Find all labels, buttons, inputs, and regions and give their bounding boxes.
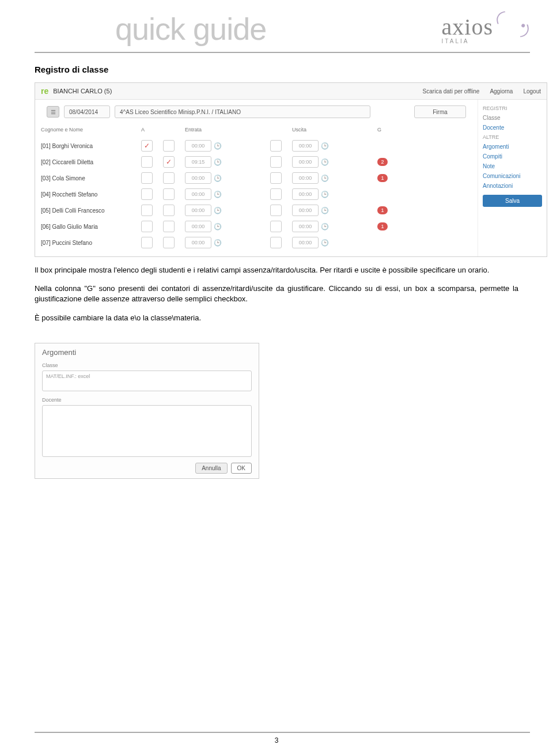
clock-icon[interactable]: 🕒 (321, 188, 331, 200)
table-row[interactable]: [06] Gallo Giulio Maria00:00🕒00:00🕒1 (41, 218, 472, 235)
clock-icon[interactable]: 🕒 (321, 205, 331, 216)
col-a: A (141, 127, 161, 133)
side-argomenti[interactable]: Argomenti (483, 143, 542, 150)
g-counter[interactable]: 2 (377, 158, 397, 166)
ok-button[interactable]: OK (231, 463, 252, 474)
page-header: quick guide axios ITALIA (0, 0, 553, 52)
assenza-checkbox[interactable]: ✓ (141, 140, 153, 152)
g-counter[interactable]: 1 (377, 206, 397, 214)
axios-logo: axios ITALIA (442, 13, 530, 44)
ritardo-checkbox[interactable] (163, 221, 175, 232)
uscita-time[interactable]: 00:00 (292, 221, 319, 232)
paragraph-2: Nella colonna "G" sono presenti dei cont… (35, 284, 518, 304)
argomenti-classe-field[interactable]: MAT/EL.INF.: excel (42, 371, 252, 391)
student-name[interactable]: [02] Ciccarelli Diletta (41, 159, 139, 165)
side-annotazioni[interactable]: Annotazioni (483, 183, 542, 189)
entrata-time[interactable]: 09:15 (185, 156, 211, 168)
paragraph-1: Il box principale mostra l'elenco degli … (35, 265, 518, 275)
clock-icon[interactable]: 🕒 (321, 221, 331, 232)
argomenti-docente-label: Docente (35, 392, 259, 404)
annulla-button[interactable]: Annulla (195, 463, 227, 474)
registri-label: REGISTRI (483, 105, 542, 111)
side-classe[interactable]: Classe (483, 115, 542, 121)
uscita-time[interactable]: 00:00 (292, 237, 319, 248)
side-comunicazioni[interactable]: Comunicazioni (483, 173, 542, 179)
uscita-time[interactable]: 00:00 (292, 156, 319, 168)
argomenti-title: Argomenti (35, 343, 259, 358)
uscita-time[interactable]: 00:00 (292, 172, 319, 184)
right-column-text: Sulla destra, all'interno della sezione … (259, 336, 530, 756)
ritardo-checkbox[interactable] (163, 172, 175, 184)
uscita-checkbox[interactable] (270, 156, 282, 168)
side-docente[interactable]: Docente (483, 124, 542, 131)
entrata-time[interactable]: 00:00 (185, 205, 211, 216)
clock-icon[interactable]: 🕒 (321, 237, 331, 248)
assenza-checkbox[interactable] (141, 237, 153, 248)
clock-icon[interactable]: 🕒 (321, 172, 331, 184)
uscita-time[interactable]: 00:00 (292, 140, 319, 152)
clock-icon[interactable]: 🕒 (214, 156, 224, 168)
entrata-time[interactable]: 00:00 (185, 172, 211, 184)
uscita-time[interactable]: 00:00 (292, 188, 319, 200)
table-row[interactable]: [04] Rocchetti Stefano00:00🕒00:00🕒 (41, 186, 472, 202)
clock-icon[interactable]: 🕒 (214, 237, 224, 248)
argomenti-classe-label: Classe (35, 358, 259, 369)
ritardo-checkbox[interactable] (163, 205, 175, 216)
col-name: Cognome e Nome (41, 127, 139, 133)
clock-icon[interactable]: 🕒 (214, 140, 224, 152)
entrata-time[interactable]: 00:00 (185, 237, 211, 248)
table-row[interactable]: [07] Puccini Stefano00:00🕒00:00🕒 (41, 235, 472, 251)
date-field[interactable]: 08/04/2014 (64, 105, 110, 118)
firma-button[interactable]: Firma (414, 105, 466, 118)
student-name[interactable]: [07] Puccini Stefano (41, 240, 139, 246)
uscita-checkbox[interactable] (270, 140, 282, 152)
student-name[interactable]: [01] Borghi Veronica (41, 143, 139, 149)
class-field[interactable]: 4^AS Liceo Scientifico Minisp.P.N.I. / I… (115, 105, 370, 118)
ritardo-checkbox[interactable] (163, 237, 175, 248)
g-counter[interactable]: 1 (377, 222, 397, 230)
entrata-time[interactable]: 00:00 (185, 188, 211, 200)
uscita-checkbox[interactable] (270, 221, 282, 232)
uscita-time[interactable]: 00:00 (292, 205, 319, 216)
g-counter[interactable]: 1 (377, 174, 397, 182)
calendar-icon[interactable]: ☰ (47, 106, 59, 118)
student-name[interactable]: [06] Gallo Giulio Maria (41, 224, 139, 230)
table-header: Cognome e Nome A Entrata Uscita G (41, 122, 472, 138)
top-link-refresh[interactable]: Aggiorna (490, 88, 513, 94)
argomenti-docente-field[interactable] (42, 405, 252, 457)
uscita-checkbox[interactable] (270, 205, 282, 216)
student-name[interactable]: [04] Rocchetti Stefano (41, 191, 139, 198)
top-link-logout[interactable]: Logout (523, 88, 541, 94)
assenza-checkbox[interactable] (141, 188, 153, 200)
uscita-checkbox[interactable] (270, 188, 282, 200)
clock-icon[interactable]: 🕒 (214, 172, 224, 184)
student-name[interactable]: [03] Cola Simone (41, 175, 139, 182)
side-compiti[interactable]: Compiti (483, 153, 542, 160)
entrata-time[interactable]: 00:00 (185, 140, 211, 152)
assenza-checkbox[interactable] (141, 156, 153, 168)
entrata-time[interactable]: 00:00 (185, 221, 211, 232)
table-row[interactable]: [01] Borghi Veronica✓00:00🕒00:00🕒 (41, 138, 472, 154)
side-note[interactable]: Note (483, 163, 542, 169)
ritardo-checkbox[interactable]: ✓ (163, 156, 175, 168)
clock-icon[interactable]: 🕒 (321, 140, 331, 152)
assenza-checkbox[interactable] (141, 205, 153, 216)
table-row[interactable]: [05] Delli Colli Francesco00:00🕒00:00🕒1 (41, 202, 472, 218)
clock-icon[interactable]: 🕒 (214, 205, 224, 216)
student-name[interactable]: [05] Delli Colli Francesco (41, 207, 139, 214)
app-topbar: re BIANCHI CARLO (5) Scarica dati per of… (35, 83, 547, 100)
assenza-checkbox[interactable] (141, 221, 153, 232)
uscita-checkbox[interactable] (270, 172, 282, 184)
table-row[interactable]: [03] Cola Simone00:00🕒00:00🕒1 (41, 170, 472, 186)
clock-icon[interactable]: 🕒 (214, 188, 224, 200)
salva-button[interactable]: Salva (483, 195, 542, 207)
assenza-checkbox[interactable] (141, 172, 153, 184)
clock-icon[interactable]: 🕒 (214, 221, 224, 232)
clock-icon[interactable]: 🕒 (321, 156, 331, 168)
ritardo-checkbox[interactable] (163, 188, 175, 200)
top-link-offline[interactable]: Scarica dati per offline (423, 88, 480, 94)
table-row[interactable]: [02] Ciccarelli Diletta✓09:15🕒00:00🕒2 (41, 154, 472, 170)
page-number: 3 (275, 736, 279, 744)
uscita-checkbox[interactable] (270, 237, 282, 248)
ritardo-checkbox[interactable] (163, 140, 175, 152)
